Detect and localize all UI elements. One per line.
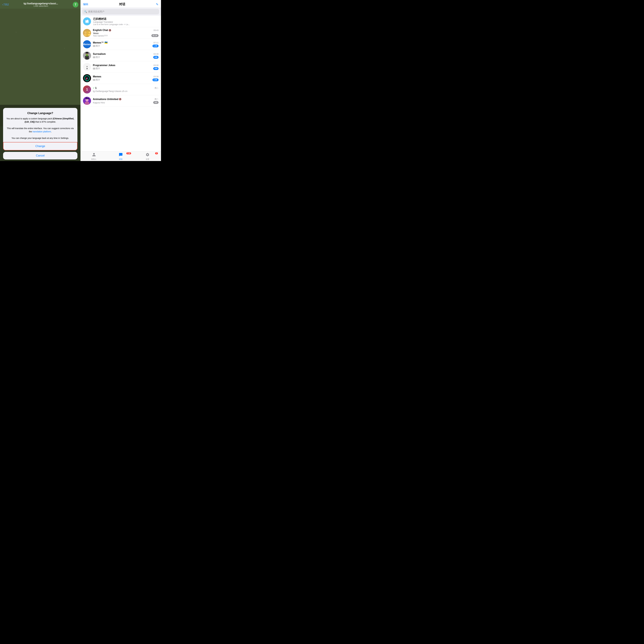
dialog-overlay: Change Language? You are about to apply … — [0, 105, 81, 161]
chat-name: Memes™ 🇺🇦 — [93, 41, 108, 44]
chat-list-header: 编辑 对话 ✎ — [81, 0, 161, 8]
tab-chats[interactable]: 7.3K 对话 — [107, 153, 134, 160]
archive-avatar — [83, 17, 91, 25]
avatar: ; — [83, 63, 91, 71]
chat-time: 09:43 — [153, 29, 159, 31]
archived-info: 已归档对话 Language Translator List is in the… — [93, 17, 159, 26]
dialog-body-text4: You can change your language back at any… — [11, 137, 69, 139]
svg-point-16 — [86, 54, 88, 56]
list-item[interactable]: Memes 03:30 图片 2.9K — [81, 73, 161, 84]
chat-bottom: tg://setlanguage?lang=classic-zh-cn — [93, 90, 159, 92]
channel-subscribers: 1,466 subscribers — [33, 5, 48, 7]
chat-time: 周二 — [154, 87, 159, 89]
avatar — [83, 97, 91, 105]
chat-preview: Kagura Hino — [93, 101, 105, 104]
svg-point-1 — [84, 31, 87, 33]
list-item[interactable]: Memes Memes™ 🇺🇦 07:11 图片 1.4K — [81, 39, 161, 50]
chat-time: 03:30 — [153, 64, 159, 66]
change-language-button[interactable]: Change — [3, 142, 77, 150]
chat-top: Surrealism 04:30 — [93, 53, 159, 55]
archived-item[interactable]: 已归档对话 Language Translator List is in the… — [81, 16, 161, 27]
badge: 42.1K — [151, 34, 159, 37]
search-input-wrap[interactable]: 🔍 搜索消息或用户 — [82, 9, 159, 14]
image-thumbnail-icon — [93, 56, 95, 58]
chat-info: English Chat 🔇 09:43 Yesss Two names??? … — [93, 29, 159, 37]
avatar: Memes — [83, 40, 91, 48]
chevron-left-icon: ‹ — [2, 3, 3, 6]
chat-top: Memes™ 🇺🇦 07:11 — [93, 41, 159, 44]
avatar — [83, 52, 91, 60]
svg-point-5 — [89, 31, 90, 33]
compose-button[interactable]: ✎ — [156, 2, 159, 6]
image-thumbnail-icon — [93, 45, 95, 47]
chat-name: Programmer Jokes — [93, 64, 115, 67]
chat-preview: tg://setlanguage?lang=classic-zh-cn — [93, 90, 127, 92]
chat-bottom: Yesss Two names??? 42.1K — [93, 32, 159, 37]
chat-top: Programmer Jokes 03:30 — [93, 64, 159, 67]
translation-platform-link[interactable]: translation platform — [33, 130, 51, 133]
avatar — [83, 74, 91, 82]
contacts-icon — [92, 153, 96, 158]
search-input[interactable]: 搜索消息或用户 — [88, 10, 104, 13]
page-title: 对话 — [119, 2, 125, 6]
chat-name: ✓ 1 — [93, 87, 97, 89]
chat-info: ✓ 1 周二 tg://setlanguage?lang=classic-zh-… — [93, 87, 159, 92]
svg-point-3 — [87, 31, 89, 33]
chat-time: 07:11 — [153, 41, 159, 44]
left-panel: ‹ 7352 tg://setlanguagelang=classi... 1,… — [0, 0, 81, 161]
chat-preview: Yesss Two names??? — [93, 32, 108, 37]
left-header: ‹ 7352 tg://setlanguagelang=classi... 1,… — [0, 0, 81, 9]
image-thumbnail-icon — [93, 79, 95, 81]
chat-bottom: 图片 1.4K — [93, 45, 159, 47]
chat-top: Memes 03:30 — [93, 75, 159, 78]
channel-url: tg://setlanguagelang=classi... — [24, 2, 58, 5]
chat-list: 已归档对话 Language Translator List is in the… — [81, 16, 161, 151]
list-item[interactable]: 1 ✓ 1 周二 tg://setlanguage?lang=classic-z… — [81, 84, 161, 95]
chat-info: Memes 03:30 图片 2.9K — [93, 75, 159, 81]
chat-info: Memes™ 🇺🇦 07:11 图片 1.4K — [93, 41, 159, 47]
archived-sub2: List is in the form Language code -> La.… — [93, 23, 159, 26]
dialog-body-text2: that is 87% complete. — [35, 121, 56, 123]
tab-settings-label: 设置 — [146, 158, 149, 160]
chat-preview: 图片 — [93, 56, 100, 59]
channel-info: tg://setlanguagelang=classi... 1,466 sub… — [10, 2, 72, 7]
chat-bottom: 图片 499 — [93, 67, 159, 70]
chat-top: Animations Unlimited 🔇 周二 — [93, 98, 159, 101]
tab-settings[interactable]: 5 设置 — [134, 153, 161, 160]
svg-point-6 — [88, 34, 91, 36]
chat-info: Programmer Jokes 03:30 图片 499 — [93, 64, 159, 70]
chat-info: Animations Unlimited 🔇 周二 Kagura Hino 18… — [93, 98, 159, 104]
badge: 499 — [153, 67, 159, 70]
dialog-body: You are about to apply a custom language… — [6, 117, 74, 140]
settings-badge: 5 — [155, 152, 158, 154]
badge: 446 — [153, 56, 159, 59]
chat-top: ✓ 1 周二 — [93, 87, 159, 89]
list-item[interactable]: Surrealism 04:30 图片 446 — [81, 50, 161, 61]
list-item[interactable]: ; Programmer Jokes 03:30 图片 499 — [81, 61, 161, 73]
tab-bar: 联系人 7.3K 对话 5 设置 — [81, 151, 161, 161]
chats-icon — [119, 153, 123, 158]
search-bar: 🔍 搜索消息或用户 — [81, 8, 161, 16]
right-panel: 编辑 对话 ✎ 🔍 搜索消息或用户 已归档对话 Language Transla… — [81, 0, 161, 161]
list-item[interactable]: Animations Unlimited 🔇 周二 Kagura Hino 18… — [81, 95, 161, 107]
settings-icon — [146, 153, 150, 158]
badge: 2.9K — [152, 78, 159, 81]
list-item[interactable]: English Chat 🔇 09:43 Yesss Two names??? … — [81, 27, 161, 39]
svg-rect-15 — [86, 52, 88, 54]
chat-info: Surrealism 04:30 图片 446 — [93, 53, 159, 59]
dialog-body-text1: You are about to apply a custom language… — [6, 117, 53, 120]
back-button[interactable]: ‹ 7352 — [2, 3, 9, 6]
dialog-title: Change Language? — [6, 112, 74, 115]
avatar[interactable]: T — [73, 2, 78, 7]
chat-name: Surrealism — [93, 53, 106, 55]
tab-contacts[interactable]: 联系人 — [81, 153, 107, 160]
archived-sub1: Language Translator — [93, 21, 159, 23]
change-language-dialog: Change Language? You are about to apply … — [3, 108, 77, 150]
avatar: 1 — [83, 85, 91, 94]
chat-time: 周二 — [154, 98, 159, 101]
chat-time: 03:30 — [153, 75, 159, 78]
edit-button[interactable]: 编辑 — [83, 2, 88, 6]
image-thumbnail-icon — [93, 68, 95, 70]
cancel-button[interactable]: Cancel — [3, 152, 77, 159]
badge: 181 — [153, 101, 159, 104]
